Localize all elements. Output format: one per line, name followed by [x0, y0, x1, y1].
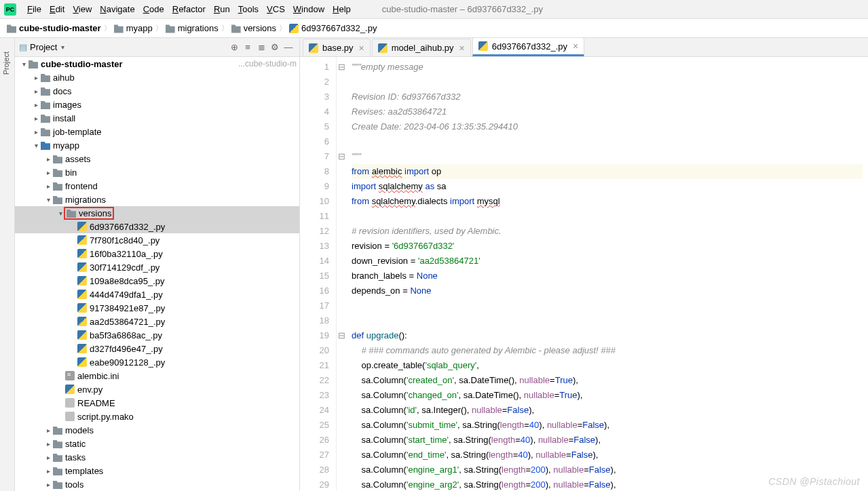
breadcrumb-item[interactable]: myapp [114, 23, 153, 33]
breadcrumb-item[interactable]: 6d937667d332_.py [289, 23, 377, 33]
root-path-hint: ...cube-studio-m [238, 59, 297, 68]
locate-icon[interactable]: ⊕ [227, 42, 241, 52]
code-editor[interactable]: 1234567891011121314151617181920212223242… [300, 57, 868, 491]
tree-item[interactable]: ▸tasks [15, 450, 299, 464]
tree-item[interactable]: 7f780f1c8d40_.py [15, 233, 299, 247]
editor-tab[interactable]: base.py× [303, 39, 371, 56]
chevron-right-icon[interactable]: ▸ [43, 440, 53, 448]
pyfile-icon [77, 317, 87, 326]
chevron-right-icon[interactable]: ▸ [31, 101, 41, 109]
tree-item[interactable]: 109a8e8dca95_.py [15, 274, 299, 288]
expand-icon[interactable]: ≡ [241, 42, 254, 52]
code-content[interactable]: """empty message Revision ID: 6d937667d3… [346, 57, 868, 491]
tree-item[interactable]: ▾myapp [15, 138, 299, 152]
tree-item[interactable]: alembic.ini [15, 369, 299, 382]
fold-gutter[interactable]: ⊟ ⊟ ⊟ [337, 57, 346, 491]
menu-refactor[interactable]: Refactor [168, 4, 210, 14]
tree-item[interactable]: ▸docs [15, 84, 299, 98]
tree-item[interactable]: ▸images [15, 98, 299, 111]
menu-vcs[interactable]: VCS [263, 4, 289, 14]
tree-item[interactable]: env.py [15, 382, 299, 396]
menu-edit[interactable]: Edit [45, 4, 69, 14]
close-icon[interactable]: × [459, 43, 465, 54]
chevron-down-icon[interactable]: ▾ [43, 196, 53, 203]
chevron-right-icon[interactable]: ▸ [31, 87, 41, 95]
tree-item[interactable]: ▸aihub [15, 71, 299, 84]
line-numbers: 1234567891011121314151617181920212223242… [300, 57, 337, 491]
gear-icon[interactable]: ⚙ [268, 42, 282, 52]
folder-icon [41, 127, 50, 136]
project-tool-tab[interactable]: Project [2, 52, 10, 75]
pyfile-icon [77, 303, 87, 313]
editor-tabs: base.py×model_aihub.py×6d937667d332_.py× [300, 38, 868, 57]
tree-item[interactable]: 16f0ba32110a_.py [15, 247, 299, 260]
project-tree[interactable]: ▾cube-studio-master...cube-studio-m▸aihu… [15, 57, 299, 491]
folder-icon [53, 154, 62, 163]
tree-item[interactable]: ▸bin [15, 165, 299, 179]
chevron-down-icon[interactable]: ▾ [31, 142, 41, 149]
fold-icon[interactable]: ⊟ [338, 330, 345, 340]
menu-navigate[interactable]: Navigate [96, 4, 138, 14]
editor-tab[interactable]: 6d937667d332_.py× [472, 37, 585, 56]
chevron-right-icon[interactable]: ▸ [43, 155, 53, 163]
folder-icon [41, 73, 50, 82]
breadcrumb-item[interactable]: versions [231, 23, 276, 33]
chevron-right-icon[interactable]: ▸ [43, 481, 53, 488]
chevron-right-icon[interactable]: ▸ [31, 115, 41, 122]
tree-item[interactable]: 444d4749dfa1_.py [15, 288, 299, 301]
tree-item[interactable]: ▸tools [15, 477, 299, 491]
tree-item[interactable]: d327fd496e47_.py [15, 342, 299, 355]
chevron-right-icon[interactable]: ▸ [43, 454, 53, 461]
project-view-dropdown[interactable]: ▾ [61, 43, 64, 51]
menubar: PC FileEditViewNavigateCodeRefactorRunTo… [0, 0, 868, 19]
pyfile-icon [77, 276, 87, 286]
txtfile-icon [65, 412, 75, 421]
fold-icon[interactable]: ⊟ [338, 62, 345, 72]
tree-item[interactable]: ▸models [15, 423, 299, 437]
folder-icon [53, 168, 62, 177]
app-logo-icon: PC [4, 3, 16, 16]
tree-item[interactable]: ▾migrations [15, 193, 299, 206]
project-icon: ▤ [19, 42, 27, 52]
breadcrumb-item[interactable]: cube-studio-master [7, 23, 101, 33]
chevron-right-icon[interactable]: ▸ [31, 74, 41, 81]
menu-tools[interactable]: Tools [234, 4, 263, 14]
chevron-right-icon[interactable]: ▸ [43, 467, 53, 475]
menu-run[interactable]: Run [210, 4, 234, 14]
tree-item[interactable]: 6d937667d332_.py [15, 220, 299, 233]
chevron-right-icon[interactable]: ▸ [31, 128, 41, 136]
tree-item[interactable]: ▸install [15, 111, 299, 125]
tree-item[interactable]: ▸templates [15, 464, 299, 477]
close-icon[interactable]: × [359, 43, 364, 54]
breadcrumb-item[interactable]: migrations [166, 23, 219, 33]
chevron-down-icon[interactable]: ▾ [19, 60, 29, 68]
tree-item[interactable]: aa2d53864721_.py [15, 315, 299, 328]
fold-icon[interactable]: ⊟ [338, 151, 345, 161]
tree-item[interactable]: ▸frontend [15, 179, 299, 193]
collapse-icon[interactable]: ≣ [254, 42, 268, 52]
tree-item[interactable]: 30f714129cdf_.py [15, 260, 299, 274]
menu-view[interactable]: View [69, 4, 96, 14]
menu-code[interactable]: Code [139, 4, 168, 14]
folder-icon [53, 181, 62, 191]
editor-tab[interactable]: model_aihub.py× [372, 39, 471, 56]
close-icon[interactable]: × [573, 41, 578, 52]
project-title: Project [30, 42, 57, 52]
menu-window[interactable]: Window [289, 4, 328, 14]
menu-file[interactable]: File [23, 4, 45, 14]
tree-item[interactable]: ▾versions [15, 206, 299, 220]
tree-root[interactable]: cube-studio-master [41, 59, 123, 69]
chevron-right-icon[interactable]: ▸ [43, 182, 53, 190]
tree-item[interactable]: ba5f3a6868ac_.py [15, 328, 299, 342]
tree-item[interactable]: script.py.mako [15, 410, 299, 423]
tree-item[interactable]: ▸job-template [15, 125, 299, 138]
menu-help[interactable]: Help [328, 4, 355, 14]
tree-item[interactable]: 917384921e87_.py [15, 301, 299, 315]
tree-item[interactable]: ▸static [15, 437, 299, 450]
tree-item[interactable]: README [15, 396, 299, 410]
chevron-right-icon[interactable]: ▸ [43, 427, 53, 434]
tree-item[interactable]: eabe90912128_.py [15, 355, 299, 369]
tree-item[interactable]: ▸assets [15, 152, 299, 165]
hide-icon[interactable]: — [282, 42, 295, 52]
chevron-right-icon[interactable]: ▸ [43, 169, 53, 176]
